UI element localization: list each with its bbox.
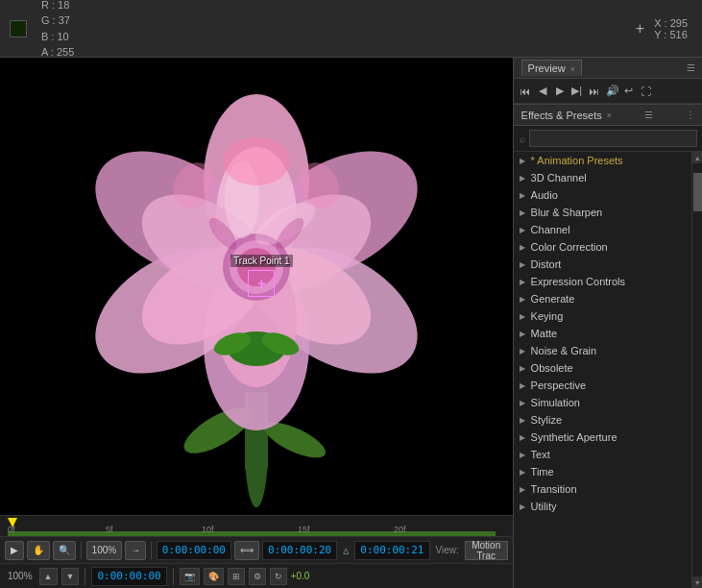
effect-name: Time bbox=[531, 466, 554, 478]
color-info-section: R : 18 G : 37 B : 10 A : 255 bbox=[0, 0, 621, 57]
effects-menu-icon[interactable]: ☰ bbox=[644, 110, 653, 120]
arrow-right-button[interactable]: → bbox=[125, 541, 146, 560]
effect-name: * Animation Presets bbox=[531, 155, 623, 166]
effect-item[interactable]: ▶Noise & Grain bbox=[514, 342, 691, 359]
video-area: Track Point 1 + 0f 5f 10f 15f 20f ▶ ✋ bbox=[0, 58, 513, 588]
bottom-zoom-in[interactable]: ▲ bbox=[39, 568, 58, 585]
effect-name: Audio bbox=[531, 189, 558, 201]
view-label: View: bbox=[433, 545, 462, 555]
effect-expand-icon: ▶ bbox=[520, 502, 527, 511]
effect-item[interactable]: ▶Utility bbox=[514, 498, 691, 515]
rotate-button[interactable]: ↻ bbox=[270, 568, 287, 585]
preview-menu-icon[interactable]: ☰ bbox=[687, 62, 695, 73]
bottom-timecode[interactable]: 0:00:00:00 bbox=[91, 567, 166, 586]
step-forward-button[interactable]: ▶| bbox=[569, 85, 585, 97]
effect-expand-icon: ▶ bbox=[520, 416, 527, 425]
effect-item[interactable]: ▶Obsolete bbox=[514, 359, 691, 377]
shuttle-button[interactable]: ⟺ bbox=[234, 541, 259, 560]
arrow-tool-button[interactable]: ▶ bbox=[5, 541, 24, 560]
effect-item[interactable]: ▶Transition bbox=[514, 480, 691, 498]
effect-expand-icon: ▶ bbox=[520, 174, 527, 183]
effect-item[interactable]: ▶Perspective bbox=[514, 377, 691, 394]
effect-expand-icon: ▶ bbox=[520, 381, 527, 390]
effect-expand-icon: ▶ bbox=[520, 330, 527, 338]
marker-5f: 5f bbox=[106, 525, 113, 534]
step-back-button[interactable]: ◀ bbox=[535, 85, 550, 97]
preview-close-icon[interactable]: × bbox=[570, 64, 575, 74]
track-point-label: Track Point 1 bbox=[230, 255, 293, 267]
effect-name: Generate bbox=[531, 293, 575, 305]
effect-name: Perspective bbox=[531, 380, 586, 391]
effect-expand-icon: ▶ bbox=[520, 451, 527, 459]
step-end-button[interactable]: ⏭ bbox=[587, 86, 602, 97]
effect-name: Color Correction bbox=[531, 241, 608, 253]
hand-tool-button[interactable]: ✋ bbox=[27, 541, 50, 560]
preview-tab[interactable]: Preview × bbox=[521, 60, 582, 76]
track-point: Track Point 1 + bbox=[230, 255, 293, 297]
timecode-1[interactable]: 0:00:00:00 bbox=[157, 541, 231, 560]
right-panel: Preview × ☰ ⏮ ◀ ▶ ▶| ⏭ 🔊 ↩ ⛶ Effects & P… bbox=[513, 58, 702, 588]
settings-button[interactable]: ⚙ bbox=[249, 568, 266, 585]
effect-item[interactable]: ▶Text bbox=[514, 446, 691, 463]
effect-name: Noise & Grain bbox=[531, 345, 596, 356]
effect-item[interactable]: ▶Time bbox=[514, 463, 691, 480]
search-icon: ⌕ bbox=[520, 134, 525, 144]
effect-item[interactable]: ▶Synthetic Aperture bbox=[514, 429, 691, 446]
effect-expand-icon: ▶ bbox=[520, 468, 527, 477]
loop-button[interactable]: ↩ bbox=[621, 85, 637, 97]
expand-button[interactable]: ⛶ bbox=[639, 86, 654, 97]
zoom-percent-button[interactable]: 100% bbox=[86, 541, 123, 560]
y-coord: Y : 516 bbox=[654, 29, 688, 40]
timeline-ruler: 0f 5f 10f 15f 20f bbox=[0, 516, 513, 536]
camera-button[interactable]: 📷 bbox=[180, 568, 200, 585]
effect-expand-icon: ▶ bbox=[520, 399, 527, 407]
effect-item[interactable]: ▶Expression Controls bbox=[514, 273, 691, 290]
step-back-start-button[interactable]: ⏮ bbox=[518, 86, 533, 97]
effect-item[interactable]: ▶Simulation bbox=[514, 394, 691, 411]
timecode-2[interactable]: 0:00:00:20 bbox=[262, 541, 337, 560]
zoom-tool-button[interactable]: 🔍 bbox=[53, 541, 76, 560]
play-stop-button[interactable]: ▶ bbox=[552, 85, 568, 97]
scroll-thumb[interactable] bbox=[693, 173, 702, 211]
effect-item[interactable]: ▶3D Channel bbox=[514, 169, 691, 186]
x-coord: X : 295 bbox=[654, 17, 688, 29]
audio-button[interactable]: 🔊 bbox=[604, 85, 619, 97]
scroll-up-button[interactable]: ▲ bbox=[692, 152, 702, 163]
effect-name: Distort bbox=[531, 258, 562, 270]
color-button[interactable]: 🎨 bbox=[204, 568, 224, 585]
motion-trac-button[interactable]: Motion Trac bbox=[465, 541, 508, 560]
effect-item[interactable]: ▶Generate bbox=[514, 290, 691, 307]
effect-item[interactable]: ▶Matte bbox=[514, 325, 691, 342]
preview-panel: Preview × ☰ ⏮ ◀ ▶ ▶| ⏭ 🔊 ↩ ⛶ bbox=[514, 58, 702, 105]
search-input[interactable] bbox=[529, 130, 697, 147]
marker-20f: 20f bbox=[394, 525, 406, 534]
effect-expand-icon: ▶ bbox=[520, 485, 527, 494]
effect-item[interactable]: ▶Channel bbox=[514, 221, 691, 238]
grid-button[interactable]: ⊞ bbox=[228, 568, 245, 585]
effect-expand-icon: ▶ bbox=[520, 157, 527, 165]
bottom-zoom-out[interactable]: ▼ bbox=[61, 568, 80, 585]
effect-item[interactable]: ▶Color Correction bbox=[514, 238, 691, 256]
color-values: R : 18 G : 37 B : 10 A : 255 bbox=[41, 0, 74, 61]
effect-name: Utility bbox=[531, 501, 557, 512]
effect-item[interactable]: ▶Blur & Sharpen bbox=[514, 204, 691, 221]
effect-item[interactable]: ▶Keying bbox=[514, 307, 691, 325]
effect-expand-icon: ▶ bbox=[520, 347, 527, 355]
effect-name: Synthetic Aperture bbox=[531, 431, 617, 443]
timecode-3[interactable]: 0:00:00:21 bbox=[354, 541, 429, 560]
effects-scrollbar[interactable]: ▲ ▼ bbox=[691, 152, 702, 588]
effects-panel-menu-icon[interactable]: ⋮ bbox=[686, 110, 695, 120]
effect-name: Expression Controls bbox=[531, 276, 625, 287]
preview-controls: ⏮ ◀ ▶ ▶| ⏭ 🔊 ↩ ⛶ bbox=[514, 79, 702, 104]
effect-expand-icon: ▶ bbox=[520, 295, 527, 304]
effects-close-icon[interactable]: × bbox=[607, 110, 612, 120]
effect-item[interactable]: ▶Stylize bbox=[514, 411, 691, 429]
scroll-down-button[interactable]: ▼ bbox=[692, 576, 702, 588]
effect-item[interactable]: ▶Distort bbox=[514, 256, 691, 273]
effect-name: Transition bbox=[531, 483, 577, 495]
effect-item[interactable]: ▶* Animation Presets bbox=[514, 152, 691, 169]
effect-expand-icon: ▶ bbox=[520, 433, 527, 442]
effect-item[interactable]: ▶Audio bbox=[514, 186, 691, 204]
search-bar: ⌕ bbox=[514, 126, 702, 152]
effect-expand-icon: ▶ bbox=[520, 312, 527, 321]
